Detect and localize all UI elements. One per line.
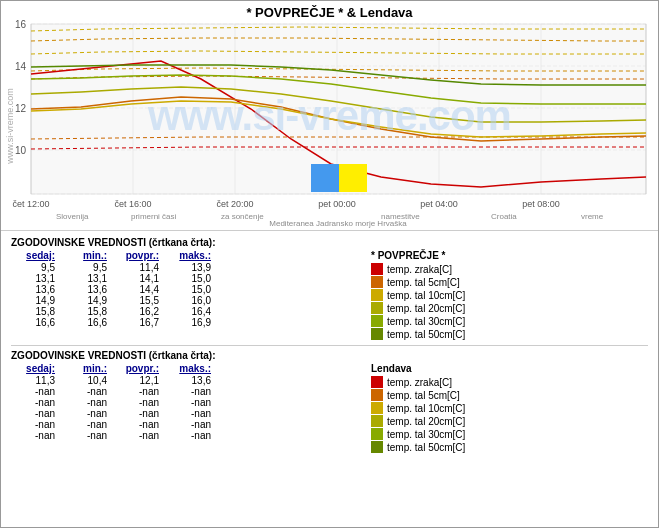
table-cell: -nan [167,386,219,397]
legend-item: temp. tal 30cm[C] [371,428,465,440]
table-cell: 13,1 [11,273,63,284]
section2-table: sedaj: min.: povpr.: maks.: 11,310,412,1… [11,363,351,454]
svg-rect-24 [339,164,367,192]
svg-text:čet 16:00: čet 16:00 [114,199,151,209]
table-cell: -nan [11,386,63,397]
legend-color [371,415,383,427]
watermark-text: www.si-vreme.com [5,88,15,164]
s2-col-header-sedaj: sedaj: [11,363,63,374]
legend-label: temp. tal 5cm[C] [387,277,460,288]
table-cell: 16,4 [167,306,219,317]
legend-label: temp. tal 20cm[C] [387,303,465,314]
svg-text:čet 20:00: čet 20:00 [216,199,253,209]
table-cell: 15,5 [115,295,167,306]
table-row: 9,59,511,413,9 [11,262,351,273]
svg-text:pet 04:00: pet 04:00 [420,199,458,209]
table-cell: -nan [167,430,219,441]
legend-color [371,302,383,314]
table-cell: 13,6 [11,284,63,295]
legend-label: temp. tal 10cm[C] [387,403,465,414]
legend-color [371,276,383,288]
table-cell: -nan [11,408,63,419]
legend-label: temp. tal 50cm[C] [387,442,465,453]
s2-col-header-maks: maks.: [167,363,219,374]
chart-area: * POVPREČJE * & Lendava www.si-vreme.com… [1,1,658,231]
table-cell: -nan [115,430,167,441]
legend-color [371,402,383,414]
legend-label: temp. tal 5cm[C] [387,390,460,401]
table-row: -nan-nan-nan-nan [11,397,351,408]
table-cell: -nan [63,397,115,408]
section1-table: sedaj: min.: povpr.: maks.: 9,59,511,413… [11,250,351,341]
table-cell: 9,5 [63,262,115,273]
table-cell: -nan [167,397,219,408]
table-cell: 14,9 [11,295,63,306]
legend-item: temp. zraka[C] [371,376,465,388]
svg-rect-23 [311,164,339,192]
legend-color [371,428,383,440]
legend-item: temp. tal 20cm[C] [371,302,465,314]
table-cell: -nan [115,419,167,430]
section2-header: ZGODOVINSKE VREDNOSTI (črtkana črta): [11,350,648,361]
svg-text:Mediteranea  Jadransko morje H: Mediteranea Jadransko morje Hrvaška [269,219,407,228]
svg-text:pet 08:00: pet 08:00 [522,199,560,209]
table-cell: 16,0 [167,295,219,306]
table-row: -nan-nan-nan-nan [11,430,351,441]
svg-text:Slovenija: Slovenija [56,212,89,221]
legend-label: temp. tal 30cm[C] [387,429,465,440]
table-cell: -nan [11,397,63,408]
table-row: 13,113,114,115,0 [11,273,351,284]
table-cell: -nan [63,408,115,419]
legend-color [371,263,383,275]
legend-color [371,389,383,401]
table-cell: 14,4 [115,284,167,295]
table-row: 14,914,915,516,0 [11,295,351,306]
table-cell: 16,6 [63,317,115,328]
section1-header: ZGODOVINSKE VREDNOSTI (črtkana črta): [11,237,648,248]
table-cell: 15,0 [167,284,219,295]
table-cell: -nan [63,419,115,430]
s2-col-header-min: min.: [63,363,115,374]
table-cell: 10,4 [63,375,115,386]
table-cell: -nan [167,408,219,419]
legend-label: temp. tal 30cm[C] [387,316,465,327]
section2-col-headers: sedaj: min.: povpr.: maks.: [11,363,351,375]
table-row: -nan-nan-nan-nan [11,386,351,397]
legend-color [371,328,383,340]
table-cell: 11,4 [115,262,167,273]
section1: ZGODOVINSKE VREDNOSTI (črtkana črta): se… [11,237,648,341]
table-row: 13,613,614,415,0 [11,284,351,295]
col-header-sedaj: sedaj: [11,250,63,261]
section1-content: sedaj: min.: povpr.: maks.: 9,59,511,413… [11,250,648,341]
table-cell: 13,6 [63,284,115,295]
data-section: ZGODOVINSKE VREDNOSTI (črtkana črta): se… [1,231,658,458]
legend-label: temp. tal 10cm[C] [387,290,465,301]
divider [11,345,648,346]
svg-text:Croatia: Croatia [491,212,517,221]
col-header-maks: maks.: [167,250,219,261]
side-watermark: www.si-vreme.com [1,51,19,201]
legend-item: temp. tal 10cm[C] [371,402,465,414]
table-cell: -nan [115,397,167,408]
svg-text:pet 00:00: pet 00:00 [318,199,356,209]
table-cell: 16,2 [115,306,167,317]
legend-item: temp. tal 50cm[C] [371,328,465,340]
table-cell: 12,1 [115,375,167,386]
section1-rows: 9,59,511,413,913,113,114,115,013,613,614… [11,262,351,328]
table-cell: 15,8 [63,306,115,317]
table-cell: -nan [167,419,219,430]
table-cell: 9,5 [11,262,63,273]
table-cell: 13,1 [63,273,115,284]
table-cell: -nan [63,430,115,441]
section2-content: sedaj: min.: povpr.: maks.: 11,310,412,1… [11,363,648,454]
legend-color [371,376,383,388]
section2-legend-items: temp. zraka[C]temp. tal 5cm[C]temp. tal … [371,376,465,453]
section1-legend-title: * POVPREČJE * [371,250,465,261]
legend-label: temp. tal 20cm[C] [387,416,465,427]
section1-col-headers: sedaj: min.: povpr.: maks.: [11,250,351,262]
legend-label: temp. zraka[C] [387,264,452,275]
table-cell: 13,6 [167,375,219,386]
table-cell: -nan [63,386,115,397]
table-row: 16,616,616,716,9 [11,317,351,328]
section2-legend-title: Lendava [371,363,465,374]
